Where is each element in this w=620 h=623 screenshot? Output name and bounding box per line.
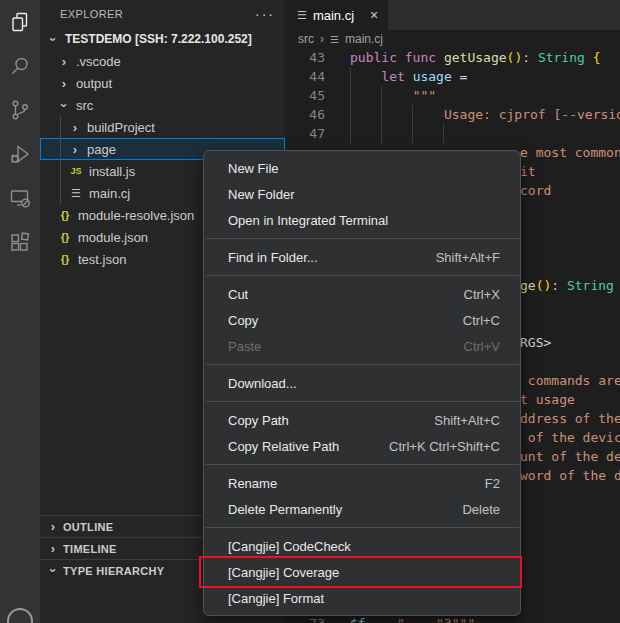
breadcrumb[interactable]: src › ☰ main.cj: [285, 30, 620, 48]
source-control-icon[interactable]: [0, 88, 40, 132]
activity-bar: [0, 0, 40, 623]
tree-item-label: .vscode: [76, 54, 121, 69]
code-token: [585, 50, 593, 65]
menu-item-copy-relative-path[interactable]: Copy Relative PathCtrl+K Ctrl+Shift+C: [204, 433, 520, 459]
code-token: of the devic: [520, 428, 620, 447]
menu-item-copy[interactable]: CopyCtrl+C: [204, 307, 520, 333]
tree-item-label: module-resolve.json: [78, 208, 194, 223]
code-token: String: [567, 276, 614, 295]
menu-item-new-folder[interactable]: New Folder: [204, 181, 520, 207]
chevron-right-icon: ›: [68, 120, 82, 135]
explorer-icon[interactable]: [0, 0, 40, 44]
indent-guide: [412, 105, 413, 143]
extensions-icon[interactable]: [0, 220, 40, 264]
code-token: getUsage: [444, 50, 507, 65]
chevron-right-icon: ›: [57, 76, 71, 91]
sidebar-title: EXPLORER: [60, 8, 123, 20]
menu-item-new-file[interactable]: New File: [204, 155, 520, 181]
account-icon[interactable]: [7, 608, 33, 623]
code-token: RGS>: [520, 333, 551, 352]
tree-item-buildproject[interactable]: ›buildProject: [40, 116, 285, 138]
tree-item-label: module.json: [78, 230, 148, 245]
code-token: String: [538, 50, 585, 65]
chevron-right-icon: ›: [46, 519, 60, 534]
menu-separator: [205, 364, 519, 365]
code-token: it: [520, 162, 536, 181]
code-text: let usage =: [350, 67, 467, 86]
breadcrumb-folder[interactable]: src: [298, 32, 314, 46]
code-token: " "3""": [366, 616, 476, 623]
menu-separator: [205, 401, 519, 402]
code-token: func: [405, 50, 436, 65]
menu-item-download[interactable]: Download...: [204, 370, 520, 396]
menu-item-cangjie-format[interactable]: [Cangjie] Format: [204, 585, 520, 611]
sidebar-header: EXPLORER ···: [40, 0, 285, 28]
tree-item-label: TESTDEMO [SSH: 7.222.100.252]: [65, 32, 252, 46]
menu-item-open-in-integrated-terminal[interactable]: Open in Integrated Terminal: [204, 207, 520, 233]
tab-main-cj[interactable]: ☰ main.cj ×: [285, 0, 388, 30]
menu-item-rename[interactable]: RenameF2: [204, 470, 520, 496]
code-area[interactable]: 43public func getUsage(): String {44 let…: [285, 48, 620, 143]
code-token: :: [551, 276, 567, 295]
code-line-47[interactable]: 47: [285, 124, 620, 143]
section-label: OUTLINE: [63, 521, 113, 533]
menu-separator: [205, 275, 519, 276]
code-fragment: t usage: [520, 390, 575, 409]
menu-item-cut[interactable]: CutCtrl+X: [204, 281, 520, 307]
code-text: """: [350, 86, 436, 105]
code-token: cord: [520, 181, 551, 200]
menu-separator: [205, 238, 519, 239]
code-token: {: [593, 50, 601, 65]
code-fragment: commands are: [520, 371, 620, 390]
menu-item-cangjie-codecheck[interactable]: [Cangjie] CodeCheck: [204, 533, 520, 559]
code-token: commands are: [520, 371, 620, 390]
code-fragment: ddress of the: [520, 409, 620, 428]
menu-item-label: Delete Permanently: [228, 502, 342, 517]
remote-explorer-icon[interactable]: [0, 176, 40, 220]
code-text: Usage: cjprof [--version: [350, 105, 620, 124]
menu-item-delete-permanently[interactable]: Delete PermanentlyDelete: [204, 496, 520, 522]
code-line-44[interactable]: 44 let usage =: [285, 67, 620, 86]
code-token: Usage: cjprof [--version: [444, 107, 620, 122]
menu-item-shortcut: F2: [485, 476, 500, 491]
menu-item-label: Copy: [228, 313, 258, 328]
indent-guide: [381, 86, 382, 143]
code-line-46[interactable]: 46 Usage: cjprof [--version: [285, 105, 620, 124]
code-line-45[interactable]: 45 """: [285, 86, 620, 105]
code-fragment: ge(): String: [520, 276, 614, 295]
menu-item-label: Cut: [228, 287, 248, 302]
code-token: $f: [350, 616, 366, 623]
line-number: 45: [285, 86, 325, 105]
tree-item-testdemo-ssh-7-222-100-252[interactable]: ›TESTDEMO [SSH: 7.222.100.252]: [40, 28, 285, 50]
code-fragment: word of the d: [520, 466, 620, 485]
tree-item-label: main.cj: [89, 186, 130, 201]
menu-item-shortcut: Ctrl+K Ctrl+Shift+C: [389, 439, 500, 454]
json-file-icon: {}: [57, 209, 73, 221]
menu-item-shortcut: Ctrl+C: [463, 313, 500, 328]
code-token: word of the d: [520, 466, 620, 485]
menu-item-label: New Folder: [228, 187, 294, 202]
menu-item-copy-path[interactable]: Copy PathShift+Alt+C: [204, 407, 520, 433]
code-fragment: of the devic: [520, 428, 620, 447]
json-file-icon: {}: [57, 231, 73, 243]
tree-item-vscode[interactable]: ›.vscode: [40, 50, 285, 72]
line-number: 44: [285, 67, 325, 86]
json-file-icon: {}: [57, 253, 73, 265]
run-and-debug-icon[interactable]: [0, 132, 40, 176]
code-line-43[interactable]: 43public func getUsage(): String {: [285, 48, 620, 67]
tree-item-label: buildProject: [87, 120, 155, 135]
close-icon[interactable]: ×: [370, 7, 378, 23]
breadcrumb-file[interactable]: main.cj: [345, 32, 383, 46]
tree-item-src[interactable]: ›src: [40, 94, 285, 116]
menu-item-find-in-folder[interactable]: Find in Folder...Shift+Alt+F: [204, 244, 520, 270]
tree-item-output[interactable]: ›output: [40, 72, 285, 94]
menu-item-label: Open in Integrated Terminal: [228, 213, 388, 228]
menu-item-cangjie-coverage[interactable]: [Cangjie] Coverage: [204, 559, 520, 585]
menu-separator: [205, 527, 519, 528]
more-actions-button[interactable]: ···: [255, 6, 275, 22]
js-file-icon: JS: [68, 166, 84, 176]
code-fragment: cord: [520, 181, 551, 200]
cj-file-icon: ☰: [68, 187, 84, 200]
menu-item-label: Copy Path: [228, 413, 289, 428]
search-icon[interactable]: [0, 44, 40, 88]
